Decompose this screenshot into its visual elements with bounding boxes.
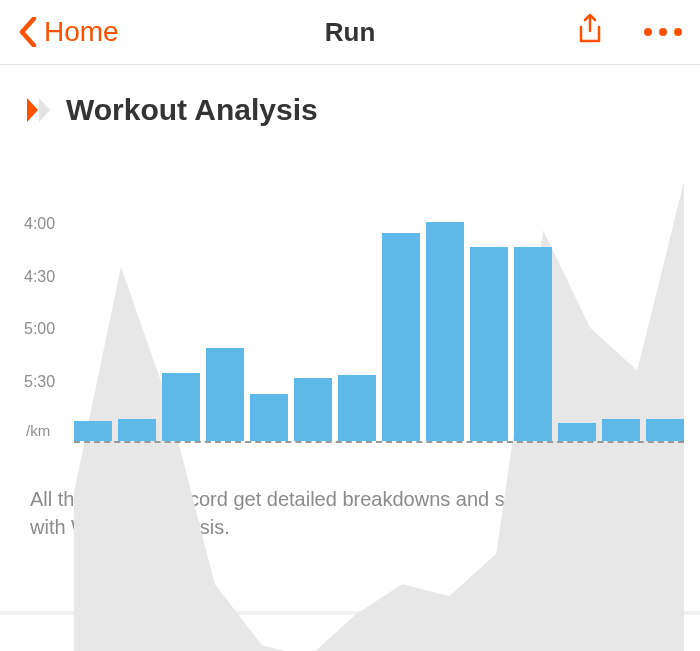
dot-icon bbox=[644, 28, 652, 36]
share-icon bbox=[576, 13, 604, 47]
y-axis-labels: 4:004:305:005:30 bbox=[24, 157, 70, 435]
pace-bar bbox=[118, 419, 156, 441]
pace-bar bbox=[338, 375, 376, 442]
back-button[interactable]: Home bbox=[18, 16, 119, 48]
y-tick-label: 4:30 bbox=[24, 268, 55, 286]
y-tick-label: 5:30 bbox=[24, 373, 55, 391]
pace-bar bbox=[250, 394, 288, 441]
header-actions bbox=[576, 13, 682, 51]
pace-bar bbox=[470, 247, 508, 441]
pace-bar bbox=[602, 419, 640, 441]
y-axis-unit: /km bbox=[26, 422, 50, 439]
analysis-card: Workout Analysis 4:004:305:005:30 /km Al… bbox=[0, 65, 700, 593]
chevron-left-icon bbox=[18, 17, 38, 47]
pace-bar bbox=[426, 222, 464, 441]
y-tick-label: 4:00 bbox=[24, 215, 55, 233]
pace-bar bbox=[646, 419, 684, 441]
pace-bar bbox=[206, 348, 244, 441]
pace-bar bbox=[294, 378, 332, 441]
bars-container bbox=[74, 157, 684, 443]
dot-icon bbox=[659, 28, 667, 36]
pace-bar bbox=[514, 247, 552, 441]
app-header: Home Run bbox=[0, 0, 700, 65]
more-button[interactable] bbox=[644, 28, 682, 36]
page-title: Run bbox=[325, 17, 376, 48]
share-button[interactable] bbox=[576, 13, 604, 51]
pace-chart: 4:004:305:005:30 /km bbox=[16, 157, 684, 457]
chart-plot-area bbox=[74, 157, 684, 443]
pace-bar bbox=[74, 421, 112, 441]
pace-bar bbox=[558, 423, 596, 441]
dot-icon bbox=[674, 28, 682, 36]
pace-bar bbox=[382, 233, 420, 442]
pace-bar bbox=[162, 373, 200, 441]
section-title: Workout Analysis bbox=[66, 93, 318, 127]
y-tick-label: 5:00 bbox=[24, 320, 55, 338]
chevrons-right-icon bbox=[26, 96, 52, 124]
section-header: Workout Analysis bbox=[26, 93, 674, 127]
back-label: Home bbox=[44, 16, 119, 48]
